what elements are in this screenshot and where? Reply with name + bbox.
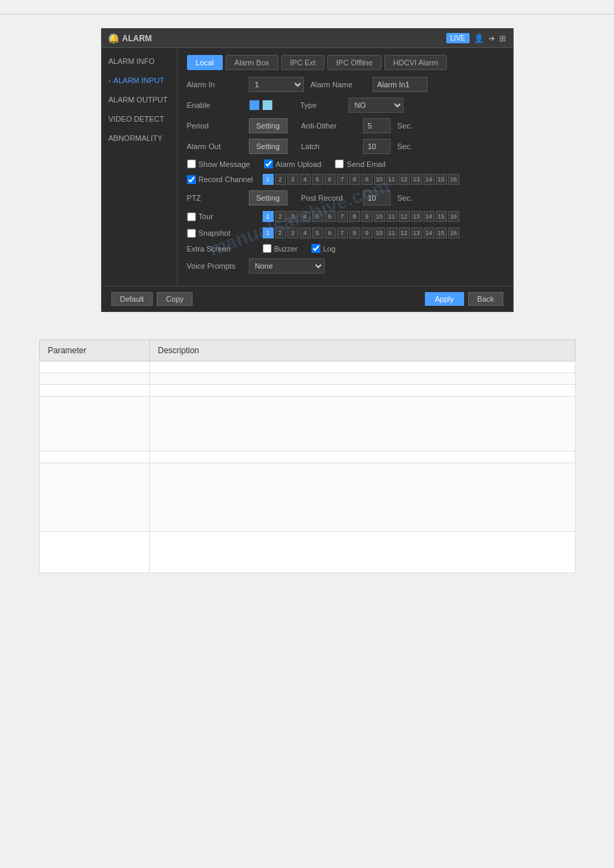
tab-local[interactable]: Local xyxy=(187,55,223,70)
alarm-in-row: Alarm In 1 Alarm Name xyxy=(187,77,503,92)
tour-ch-6[interactable]: 6 xyxy=(325,211,336,222)
show-message-label[interactable]: Show Message xyxy=(187,159,250,168)
ch-2[interactable]: 2 xyxy=(275,174,286,185)
grid-icon[interactable]: ⊞ xyxy=(499,34,506,43)
tour-ch-7[interactable]: 7 xyxy=(337,211,348,222)
buzzer-checkbox[interactable] xyxy=(263,244,272,253)
send-email-checkbox[interactable] xyxy=(335,159,344,168)
tour-ch-3[interactable]: 3 xyxy=(287,211,298,222)
log-checkbox[interactable] xyxy=(311,244,320,253)
snap-ch-13[interactable]: 13 xyxy=(411,227,422,238)
enable-box-1[interactable] xyxy=(249,100,260,111)
tour-ch-16[interactable]: 16 xyxy=(448,211,459,222)
table-cell-param-1 xyxy=(39,361,149,373)
snap-ch-12[interactable]: 12 xyxy=(399,227,410,238)
log-label[interactable]: Log xyxy=(311,244,336,253)
left-buttons: Default Copy xyxy=(111,292,193,306)
ch-1[interactable]: 1 xyxy=(263,174,274,185)
send-email-label[interactable]: Send Email xyxy=(335,159,385,168)
tour-label[interactable]: Tour xyxy=(187,212,256,221)
tour-ch-14[interactable]: 14 xyxy=(424,211,435,222)
tour-ch-10[interactable]: 10 xyxy=(374,211,385,222)
ch-8[interactable]: 8 xyxy=(349,174,360,185)
sidebar-item-alarm-output[interactable]: ALARM OUTPUT xyxy=(102,90,177,109)
voice-prompts-select[interactable]: None xyxy=(249,258,325,274)
ch-14[interactable]: 14 xyxy=(424,174,435,185)
snap-ch-5[interactable]: 5 xyxy=(312,227,323,238)
latch-input[interactable] xyxy=(363,139,391,154)
tab-ipc-ext[interactable]: IPC Ext xyxy=(281,55,325,70)
tour-ch-1[interactable]: 1 xyxy=(263,211,274,222)
snap-ch-11[interactable]: 11 xyxy=(386,227,397,238)
default-button[interactable]: Default xyxy=(111,292,153,306)
tab-alarm-box[interactable]: Alarm Box xyxy=(226,55,278,70)
snap-ch-3[interactable]: 3 xyxy=(287,227,298,238)
ch-10[interactable]: 10 xyxy=(374,174,385,185)
ch-6[interactable]: 6 xyxy=(325,174,336,185)
tour-ch-4[interactable]: 4 xyxy=(300,211,311,222)
tour-ch-13[interactable]: 13 xyxy=(411,211,422,222)
snap-ch-8[interactable]: 8 xyxy=(349,227,360,238)
alarm-name-input[interactable] xyxy=(373,77,428,92)
anti-dither-unit: Sec. xyxy=(397,122,413,130)
ch-15[interactable]: 15 xyxy=(436,174,447,185)
snap-ch-7[interactable]: 7 xyxy=(337,227,348,238)
period-setting-btn[interactable]: Setting xyxy=(249,118,287,133)
tour-ch-9[interactable]: 9 xyxy=(362,211,373,222)
record-channel-checkbox[interactable] xyxy=(187,175,196,184)
ch-11[interactable]: 11 xyxy=(386,174,397,185)
snap-ch-1[interactable]: 1 xyxy=(263,227,274,238)
anti-dither-input[interactable] xyxy=(363,118,391,133)
apply-button[interactable]: Apply xyxy=(425,292,465,306)
tour-checkbox[interactable] xyxy=(187,212,196,221)
buzzer-label[interactable]: Buzzer xyxy=(263,244,298,253)
ch-16[interactable]: 16 xyxy=(448,174,459,185)
table-row xyxy=(39,385,575,397)
tour-ch-2[interactable]: 2 xyxy=(275,211,286,222)
snapshot-label[interactable]: Snapshot xyxy=(187,229,256,238)
ptz-setting-btn[interactable]: Setting xyxy=(249,190,287,205)
snap-ch-2[interactable]: 2 xyxy=(275,227,286,238)
tour-ch-12[interactable]: 12 xyxy=(399,211,410,222)
tab-hdcvi-alarm[interactable]: HDCVI Alarm xyxy=(384,55,447,70)
sidebar-item-abnormality[interactable]: ABNORMALITY xyxy=(102,129,177,148)
sidebar-item-alarm-input[interactable]: › ALARM INPUT xyxy=(102,71,177,90)
sidebar-item-video-detect[interactable]: VIDEO DETECT xyxy=(102,109,177,129)
snap-ch-6[interactable]: 6 xyxy=(325,227,336,238)
type-select[interactable]: NO xyxy=(349,98,404,113)
tour-ch-11[interactable]: 11 xyxy=(386,211,397,222)
copy-button[interactable]: Copy xyxy=(157,292,193,306)
ptz-label: PTZ xyxy=(187,194,242,202)
snap-ch-16[interactable]: 16 xyxy=(448,227,459,238)
tour-ch-15[interactable]: 15 xyxy=(436,211,447,222)
ch-13[interactable]: 13 xyxy=(411,174,422,185)
tour-ch-8[interactable]: 8 xyxy=(349,211,360,222)
alarm-upload-checkbox[interactable] xyxy=(264,159,273,168)
ch-4[interactable]: 4 xyxy=(300,174,311,185)
alarm-upload-label[interactable]: Alarm Upload xyxy=(264,159,322,168)
show-message-checkbox[interactable] xyxy=(187,159,196,168)
snapshot-checkbox[interactable] xyxy=(187,229,196,238)
user-icon[interactable]: 👤 xyxy=(474,34,484,43)
back-button[interactable]: Back xyxy=(468,292,503,306)
snap-ch-9[interactable]: 9 xyxy=(362,227,373,238)
post-record-input[interactable] xyxy=(363,190,391,205)
ch-12[interactable]: 12 xyxy=(399,174,410,185)
sidebar-item-alarm-info[interactable]: ALARM INFO xyxy=(102,52,177,71)
record-channel-label[interactable]: Record Channel xyxy=(187,175,256,184)
alarm-out-setting-btn[interactable]: Setting xyxy=(249,139,287,154)
sidebar-label-video-detect: VIDEO DETECT xyxy=(109,115,164,123)
ch-5[interactable]: 5 xyxy=(312,174,323,185)
enable-box-2[interactable] xyxy=(262,100,273,111)
alarm-in-select[interactable]: 1 xyxy=(249,77,304,92)
snap-ch-10[interactable]: 10 xyxy=(374,227,385,238)
snap-ch-4[interactable]: 4 xyxy=(300,227,311,238)
ch-9[interactable]: 9 xyxy=(362,174,373,185)
tab-ipc-offline[interactable]: IPC Offline xyxy=(327,55,382,70)
tour-ch-5[interactable]: 5 xyxy=(312,211,323,222)
ch-7[interactable]: 7 xyxy=(337,174,348,185)
arrow-icon[interactable]: ➜ xyxy=(488,34,495,43)
ch-3[interactable]: 3 xyxy=(287,174,298,185)
snap-ch-14[interactable]: 14 xyxy=(424,227,435,238)
snap-ch-15[interactable]: 15 xyxy=(436,227,447,238)
